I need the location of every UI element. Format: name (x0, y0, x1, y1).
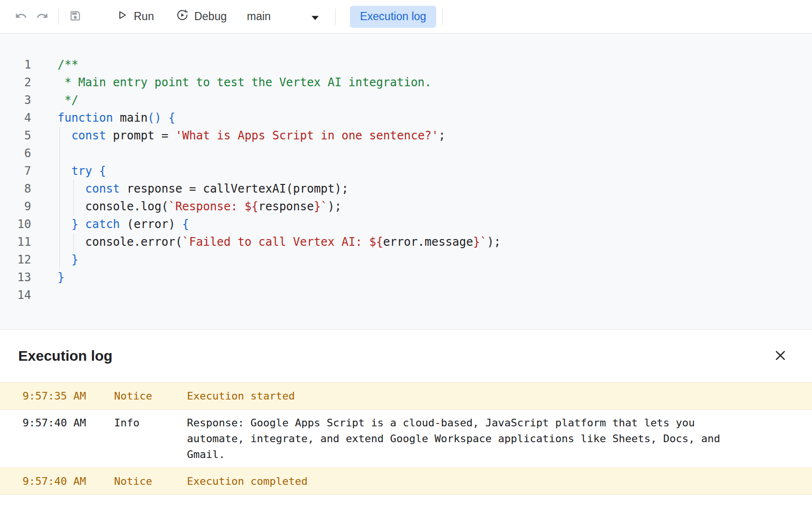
line-number[interactable]: 6 (0, 145, 31, 162)
execution-log-button[interactable]: Execution log (350, 6, 436, 28)
code-line-text: * Main entry point to test the Vertex AI… (31, 74, 431, 91)
log-time: 9:57:40 AM (23, 415, 114, 462)
caret-down-icon (312, 10, 319, 23)
code-line-text: } (31, 269, 64, 286)
code-line[interactable]: 3 */ (0, 91, 812, 109)
code-line[interactable]: 11 console.error(`Failed to call Vertex … (0, 233, 812, 251)
code-line-text: try { (31, 162, 106, 180)
code-line[interactable]: 4function main() { (0, 109, 812, 127)
code-line-text (31, 145, 58, 162)
code-line-text: console.error(`Failed to call Vertex AI:… (31, 233, 501, 251)
line-number[interactable]: 12 (0, 251, 31, 269)
redo-icon (36, 10, 48, 23)
line-number[interactable]: 3 (0, 91, 31, 109)
code-line[interactable]: 10 } catch (error) { (0, 216, 812, 233)
close-icon (774, 349, 787, 364)
code-line[interactable]: 1/** (0, 56, 812, 74)
undo-button[interactable] (11, 6, 32, 27)
function-selector-value: main (247, 10, 271, 23)
log-row: 9:57:40 AMInfoResponse: Google Apps Scri… (0, 410, 812, 468)
log-rows: 9:57:35 AMNoticeExecution started9:57:40… (0, 382, 812, 495)
redo-button[interactable] (32, 6, 53, 27)
debug-button[interactable]: Debug (171, 5, 232, 28)
code-line-text: } (31, 251, 78, 269)
code-line[interactable]: 12 } (0, 251, 812, 269)
line-number[interactable]: 13 (0, 269, 31, 286)
code-line-text: */ (31, 91, 78, 109)
log-message: Execution started (187, 388, 721, 404)
toolbar: Run Debug main Execution log (0, 0, 812, 33)
log-row: 9:57:40 AMNoticeExecution completed (0, 468, 812, 495)
log-time: 9:57:40 AM (23, 473, 114, 489)
undo-icon (15, 10, 27, 23)
line-number[interactable]: 8 (0, 180, 31, 198)
code-line-text: } catch (error) { (31, 216, 189, 233)
indent-guide (73, 233, 74, 251)
toolbar-divider (335, 9, 336, 25)
log-level: Info (114, 415, 187, 462)
code-line[interactable]: 9 console.log(`Response: ${response}`); (0, 198, 812, 216)
toolbar-divider (442, 9, 442, 25)
function-selector[interactable]: main (244, 6, 322, 27)
line-number[interactable]: 5 (0, 127, 31, 145)
debug-icon (176, 9, 189, 24)
line-number[interactable]: 9 (0, 198, 31, 216)
code-line[interactable]: 5 const prompt = 'What is Apps Script in… (0, 127, 812, 145)
code-line[interactable]: 7 try { (0, 162, 812, 180)
code-line-text: console.log(`Response: ${response}`); (31, 198, 341, 216)
debug-label: Debug (194, 10, 227, 23)
code-line-text: const response = callVertexAI(prompt); (31, 180, 348, 198)
code-line[interactable]: 2 * Main entry point to test the Vertex … (0, 74, 812, 91)
code-editor[interactable]: 1/**2 * Main entry point to test the Ver… (0, 33, 812, 330)
line-number[interactable]: 4 (0, 109, 31, 127)
close-log-button[interactable] (770, 345, 791, 366)
execution-log-panel: Execution log 9:57:35 AMNoticeExecution … (0, 330, 812, 495)
log-row: 9:57:35 AMNoticeExecution started (0, 382, 812, 410)
toolbar-divider (58, 9, 59, 25)
code-line[interactable]: 8 const response = callVertexAI(prompt); (0, 180, 812, 198)
save-project-button[interactable] (65, 6, 86, 27)
code-line-text: /** (31, 56, 78, 74)
code-line-text (31, 286, 58, 304)
code-line[interactable]: 13} (0, 269, 812, 286)
code-line[interactable]: 14 (0, 286, 812, 304)
code-line-text: const prompt = 'What is Apps Script in o… (31, 127, 445, 145)
log-message: Response: Google Apps Script is a cloud-… (187, 415, 721, 462)
code-line[interactable]: 6 (0, 145, 812, 162)
line-number[interactable]: 2 (0, 74, 31, 91)
line-number[interactable]: 1 (0, 56, 31, 74)
execution-log-header: Execution log (0, 330, 812, 382)
run-button[interactable]: Run (111, 5, 159, 28)
run-play-icon (116, 9, 128, 24)
indent-guide (73, 180, 74, 216)
indent-guide (59, 127, 60, 269)
log-level: Notice (114, 473, 187, 489)
log-time: 9:57:35 AM (23, 388, 114, 404)
execution-log-title: Execution log (18, 348, 113, 364)
log-level: Notice (114, 388, 187, 404)
code-line-text: function main() { (31, 109, 175, 127)
line-number[interactable]: 10 (0, 216, 31, 233)
line-number[interactable]: 14 (0, 286, 31, 304)
save-project-icon (69, 10, 81, 23)
code-area[interactable]: 1/**2 * Main entry point to test the Ver… (0, 56, 812, 304)
log-message: Execution completed (187, 473, 721, 489)
line-number[interactable]: 11 (0, 233, 31, 251)
line-number[interactable]: 7 (0, 162, 31, 180)
run-label: Run (134, 10, 154, 23)
